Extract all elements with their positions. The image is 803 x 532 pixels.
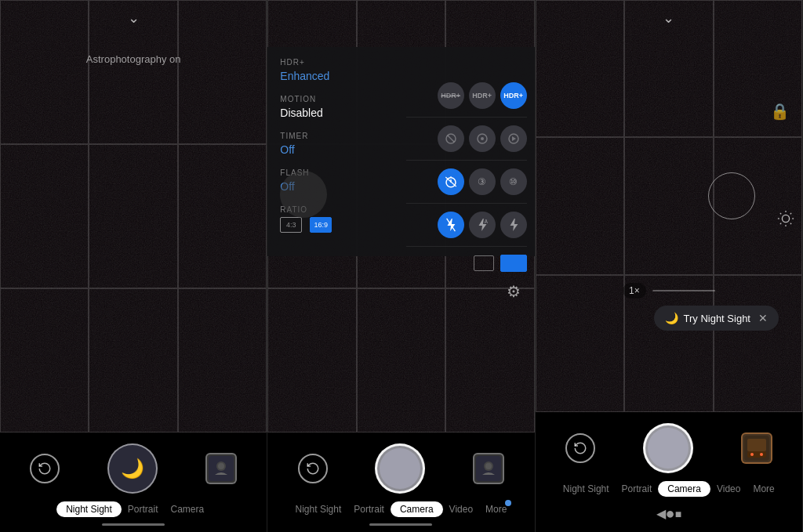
viewfinder-3[interactable]: ⌄ 🔒 🌙 Try Night Sight ✕ xyxy=(536,0,802,412)
flip-camera-button-3[interactable] xyxy=(565,433,595,463)
svg-point-30 xyxy=(760,453,763,456)
svg-text:A: A xyxy=(484,219,487,224)
nav-bar: ◀ ● ■ xyxy=(656,500,682,527)
home-indicator-1 xyxy=(102,523,165,526)
flash-auto-icon[interactable]: A xyxy=(469,212,496,238)
gallery-thumb-icon-3[interactable] xyxy=(741,432,772,464)
zoom-slider[interactable] xyxy=(652,290,715,291)
panel-night-sight: ⌄ Astrophotography on 🌙 xyxy=(0,0,267,532)
tip-close-button[interactable]: ✕ xyxy=(758,312,768,324)
mode-row-3: Night Sight Portrait Camera Video More xyxy=(536,476,802,500)
shutter-area-settings xyxy=(280,171,327,218)
hdr-off-icon[interactable]: HDR+ xyxy=(438,82,464,109)
mode-row-2: Night Sight Portrait Camera Video More xyxy=(267,497,534,520)
moon-icon: 🌙 xyxy=(121,459,144,478)
motion-on-icon[interactable] xyxy=(500,125,527,152)
mode-camera-3[interactable]: Camera xyxy=(658,481,710,497)
rotate-icon-3[interactable] xyxy=(565,433,595,463)
svg-point-17 xyxy=(782,215,789,222)
shutter-button-2[interactable] xyxy=(375,443,425,494)
recents-nav-icon[interactable]: ■ xyxy=(675,508,681,520)
gallery-thumbnail-3[interactable] xyxy=(741,432,772,464)
rotate-icon[interactable] xyxy=(30,454,60,483)
motion-auto-icon[interactable] xyxy=(469,125,496,152)
exposure-icon[interactable] xyxy=(777,210,794,231)
svg-line-24 xyxy=(780,223,781,224)
motion-icon-group xyxy=(406,118,527,161)
mode-portrait-2[interactable]: Portrait xyxy=(347,501,391,517)
grid-overlay-3 xyxy=(536,0,802,412)
camera-controls-2 xyxy=(267,440,534,497)
mode-more-3[interactable]: More xyxy=(747,481,780,497)
gallery-thumbnail-2[interactable] xyxy=(473,453,504,484)
hdr-enhanced-icon[interactable]: HDR+ xyxy=(500,82,527,109)
settings-gear-icon[interactable]: ⚙ xyxy=(500,278,527,305)
mode-camera-1[interactable]: Camera xyxy=(165,501,211,517)
gallery-thumbnail-1[interactable] xyxy=(205,453,237,484)
top-chevron-3-icon[interactable]: ⌄ xyxy=(663,9,674,27)
panel-camera: ⌄ 🔒 🌙 Try Night Sight ✕ xyxy=(536,0,803,532)
svg-line-25 xyxy=(790,213,791,214)
timer-icon-group: ③ ⑩ xyxy=(406,161,527,204)
flash-icon-group: A xyxy=(406,204,527,247)
bottom-bar-3: Night Sight Portrait Camera Video More ◀… xyxy=(536,412,802,532)
motion-off-icon[interactable] xyxy=(438,125,464,152)
lock-icon[interactable]: 🔒 xyxy=(770,102,790,121)
hdr-icon-group: HDR+ HDR+ HDR+ xyxy=(406,74,527,118)
mode-video-2[interactable]: Video xyxy=(443,501,479,517)
mode-camera-2[interactable]: Camera xyxy=(391,501,443,517)
svg-point-6 xyxy=(481,137,484,140)
camera-controls-3 xyxy=(536,420,802,476)
ratio-43-setting-icon[interactable] xyxy=(474,255,494,271)
svg-point-29 xyxy=(750,453,754,456)
mode-more-2[interactable]: More xyxy=(479,501,513,517)
hdr-auto-icon[interactable]: HDR+ xyxy=(469,82,496,109)
mode-night-sight-2[interactable]: Night Sight xyxy=(289,501,348,517)
mode-portrait-1[interactable]: Portrait xyxy=(122,501,165,517)
timer-10-icon[interactable]: ⑩ xyxy=(500,168,527,195)
focus-circle xyxy=(708,172,755,219)
flip-camera-button-2[interactable] xyxy=(298,454,328,483)
blue-dot-indicator xyxy=(505,500,511,506)
svg-line-20 xyxy=(780,213,781,214)
viewfinder-1[interactable]: ⌄ Astrophotography on xyxy=(0,0,267,432)
top-chevron-icon[interactable]: ⌄ xyxy=(128,9,140,27)
svg-line-4 xyxy=(448,136,454,142)
shutter-button-1[interactable]: 🌙 xyxy=(107,443,158,494)
home-indicator-2 xyxy=(369,523,432,526)
back-nav-icon[interactable]: ◀ xyxy=(656,506,666,521)
mode-night-sight-3[interactable]: Night Sight xyxy=(557,481,616,497)
ratio-wide-icon[interactable]: 16:9 xyxy=(310,217,332,233)
viewfinder-2[interactable]: HDR+ Enhanced MOTION Disabled TIMER Off … xyxy=(267,0,534,432)
timer-3-icon[interactable]: ③ xyxy=(469,168,496,195)
zoom-label[interactable]: 1× xyxy=(623,283,646,299)
svg-point-16 xyxy=(485,463,492,469)
panel-settings: HDR+ Enhanced MOTION Disabled TIMER Off … xyxy=(267,0,535,532)
timer-off-icon[interactable] xyxy=(438,168,464,195)
bottom-bar-1: 🌙 Night Sight Portrait Camera xyxy=(0,432,267,532)
rotate-icon-2[interactable] xyxy=(298,454,328,483)
ratio-icon-group: ⚙ xyxy=(406,247,527,313)
shutter-button-3[interactable] xyxy=(643,423,693,473)
ratio-wide-setting-icon[interactable] xyxy=(500,255,527,272)
night-sight-tooltip[interactable]: 🌙 Try Night Sight ✕ xyxy=(654,306,779,331)
mode-night-sight-1[interactable]: Night Sight xyxy=(56,501,122,517)
svg-rect-28 xyxy=(747,451,766,458)
flash-on-icon[interactable] xyxy=(500,212,527,238)
mode-row-1: Night Sight Portrait Camera xyxy=(0,497,267,520)
mode-portrait-3[interactable]: Portrait xyxy=(616,481,659,497)
flash-off-icon[interactable] xyxy=(438,212,464,238)
gallery-thumb-icon-2[interactable] xyxy=(473,453,504,484)
setting-label-hdr: HDR+ xyxy=(280,58,521,67)
tip-text: Try Night Sight xyxy=(683,313,750,324)
flip-camera-button[interactable] xyxy=(30,454,60,483)
gallery-thumb-icon[interactable] xyxy=(205,453,237,484)
svg-point-2 xyxy=(218,463,224,469)
svg-line-21 xyxy=(790,223,791,224)
ratio-43-icon[interactable]: 4:3 xyxy=(280,217,302,233)
home-nav-icon[interactable]: ● xyxy=(666,505,675,523)
svg-rect-27 xyxy=(747,439,766,451)
zoom-control[interactable]: 1× xyxy=(623,283,715,299)
mode-video-3[interactable]: Video xyxy=(710,481,747,497)
astro-label: Astrophotography on xyxy=(86,53,181,65)
